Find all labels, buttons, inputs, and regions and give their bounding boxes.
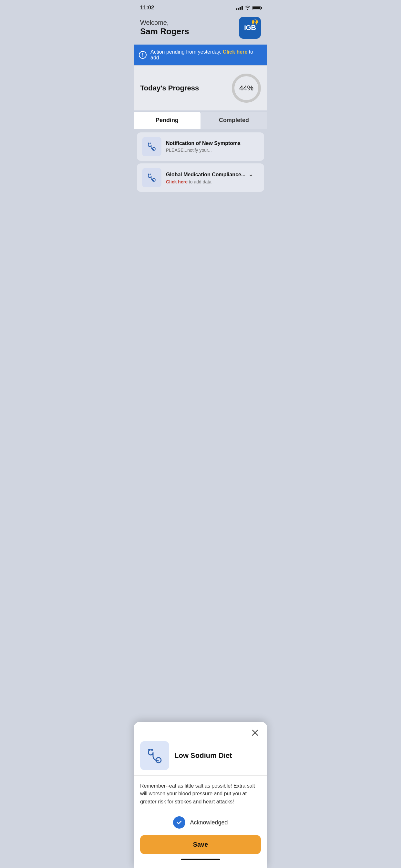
tab-completed[interactable]: Completed [201, 112, 267, 129]
banner-alert-icon: ! [139, 51, 147, 59]
wifi-icon [245, 5, 251, 11]
status-icons [236, 5, 261, 11]
task-title-2: Global Medication Compliance... ⌄ [166, 171, 259, 178]
task-info-2: Global Medication Compliance... ⌄ Click … [166, 171, 259, 184]
task-item-symptoms[interactable]: Notification of New Symptoms PLEASE...no… [137, 132, 264, 161]
progress-percent: 44% [239, 84, 253, 92]
tab-pending[interactable]: Pending [134, 112, 201, 129]
task-info-1: Notification of New Symptoms PLEASE...no… [166, 141, 259, 153]
progress-card: Today's Progress 44% [134, 66, 267, 111]
svg-point-1 [148, 143, 149, 144]
task-subtitle-1: PLEASE...notify your... [166, 148, 259, 153]
svg-point-2 [150, 143, 151, 144]
stethoscope-icon-1 [146, 141, 158, 152]
tab-bar: Pending Completed [134, 112, 267, 129]
progress-circle: 44% [232, 73, 261, 103]
user-greeting: Welcome, Sam Rogers [140, 19, 189, 36]
task-list: Notification of New Symptoms PLEASE...no… [134, 130, 267, 194]
svg-point-4 [148, 174, 149, 175]
stethoscope-icon-2 [146, 172, 158, 183]
action-banner[interactable]: ! Action pending from yesterday. Click h… [134, 44, 267, 65]
task-title-1: Notification of New Symptoms [166, 141, 259, 146]
task-link-2[interactable]: Click here [166, 179, 188, 184]
welcome-text: Welcome, [140, 19, 189, 27]
user-name: Sam Rogers [140, 27, 189, 36]
status-bar: 11:02 [134, 0, 267, 13]
signal-icon [236, 6, 243, 10]
task-subtitle-2: Click here to add data [166, 179, 259, 184]
chevron-down-icon: ⌄ [248, 171, 253, 178]
progress-label: Today's Progress [140, 84, 199, 92]
banner-text: Action pending from yesterday. Click her… [150, 49, 262, 61]
task-item-medication[interactable]: Global Medication Compliance... ⌄ Click … [137, 163, 264, 192]
svg-point-5 [150, 174, 151, 175]
logo-figure-icon: 🙌 [251, 18, 258, 25]
header: Welcome, Sam Rogers 🙌 iGB [134, 13, 267, 44]
banner-link[interactable]: Click here [223, 49, 247, 55]
status-time: 11:02 [140, 4, 154, 11]
app-logo: 🙌 iGB [239, 17, 261, 39]
battery-icon [252, 6, 261, 10]
task-icon-box-1 [142, 137, 161, 156]
task-icon-box-2 [142, 168, 161, 187]
